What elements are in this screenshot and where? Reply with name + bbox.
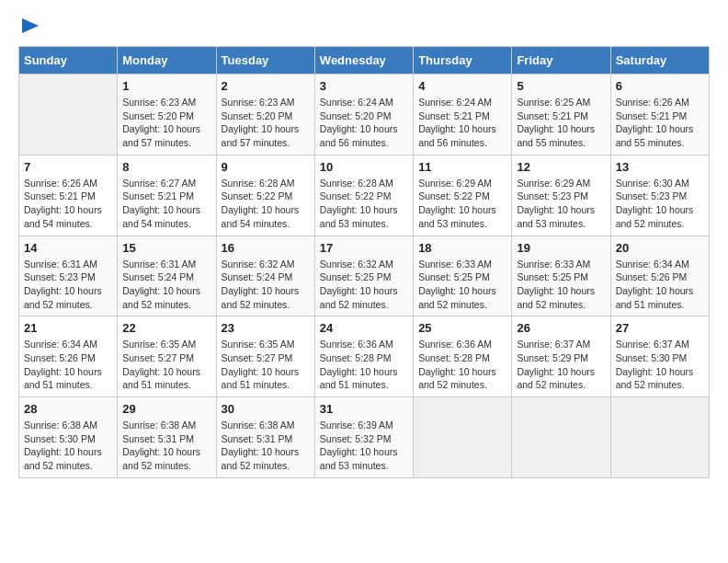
day-info: Sunrise: 6:36 AMSunset: 5:28 PMDaylight:… <box>418 338 506 392</box>
day-number: 5 <box>517 79 605 93</box>
day-number: 21 <box>24 321 112 335</box>
day-number: 4 <box>418 79 506 93</box>
day-info: Sunrise: 6:32 AMSunset: 5:25 PMDaylight:… <box>320 258 408 312</box>
day-number: 10 <box>320 160 408 174</box>
day-cell <box>512 397 610 478</box>
day-number: 15 <box>122 241 210 255</box>
column-header-wednesday: Wednesday <box>314 47 413 75</box>
day-number: 8 <box>122 160 210 174</box>
day-number: 19 <box>517 241 605 255</box>
day-cell: 8Sunrise: 6:27 AMSunset: 5:21 PMDaylight… <box>118 155 216 236</box>
day-number: 30 <box>222 402 310 416</box>
day-number: 29 <box>122 402 210 416</box>
day-number: 9 <box>222 160 310 174</box>
day-number: 28 <box>24 402 112 416</box>
day-cell: 9Sunrise: 6:28 AMSunset: 5:22 PMDaylight… <box>216 155 314 236</box>
day-info: Sunrise: 6:38 AMSunset: 5:31 PMDaylight:… <box>222 419 310 473</box>
day-info: Sunrise: 6:34 AMSunset: 5:26 PMDaylight:… <box>24 338 112 392</box>
day-cell: 25Sunrise: 6:36 AMSunset: 5:28 PMDayligh… <box>414 316 512 397</box>
day-info: Sunrise: 6:36 AMSunset: 5:28 PMDaylight:… <box>320 338 408 392</box>
svg-marker-0 <box>22 18 39 33</box>
day-info: Sunrise: 6:31 AMSunset: 5:23 PMDaylight:… <box>24 258 112 312</box>
day-info: Sunrise: 6:24 AMSunset: 5:20 PMDaylight:… <box>320 96 408 150</box>
day-info: Sunrise: 6:39 AMSunset: 5:32 PMDaylight:… <box>320 419 408 473</box>
day-info: Sunrise: 6:37 AMSunset: 5:30 PMDaylight:… <box>616 338 704 392</box>
day-number: 17 <box>320 241 408 255</box>
day-info: Sunrise: 6:29 AMSunset: 5:23 PMDaylight:… <box>517 177 605 231</box>
day-number: 24 <box>320 321 408 335</box>
column-header-saturday: Saturday <box>610 47 709 75</box>
day-cell: 27Sunrise: 6:37 AMSunset: 5:30 PMDayligh… <box>610 316 709 397</box>
day-number: 7 <box>24 160 112 174</box>
column-header-monday: Monday <box>118 47 216 75</box>
day-cell: 4Sunrise: 6:24 AMSunset: 5:21 PMDaylight… <box>414 75 512 155</box>
day-number: 3 <box>320 79 408 93</box>
day-info: Sunrise: 6:33 AMSunset: 5:25 PMDaylight:… <box>517 258 605 312</box>
day-cell: 18Sunrise: 6:33 AMSunset: 5:25 PMDayligh… <box>414 236 512 316</box>
column-header-thursday: Thursday <box>414 47 512 75</box>
day-info: Sunrise: 6:26 AMSunset: 5:21 PMDaylight:… <box>24 177 112 231</box>
day-cell: 11Sunrise: 6:29 AMSunset: 5:22 PMDayligh… <box>414 155 512 236</box>
day-cell: 6Sunrise: 6:26 AMSunset: 5:21 PMDaylight… <box>610 75 709 155</box>
day-cell <box>414 397 512 478</box>
day-cell: 16Sunrise: 6:32 AMSunset: 5:24 PMDayligh… <box>216 236 314 316</box>
day-info: Sunrise: 6:23 AMSunset: 5:20 PMDaylight:… <box>122 96 210 150</box>
day-cell <box>19 75 118 155</box>
day-info: Sunrise: 6:25 AMSunset: 5:21 PMDaylight:… <box>517 96 605 150</box>
day-info: Sunrise: 6:27 AMSunset: 5:21 PMDaylight:… <box>122 177 210 231</box>
day-number: 20 <box>616 241 704 255</box>
day-number: 23 <box>222 321 310 335</box>
day-cell: 3Sunrise: 6:24 AMSunset: 5:20 PMDaylight… <box>314 75 413 155</box>
day-number: 1 <box>122 79 210 93</box>
day-info: Sunrise: 6:28 AMSunset: 5:22 PMDaylight:… <box>320 177 408 231</box>
day-cell: 24Sunrise: 6:36 AMSunset: 5:28 PMDayligh… <box>314 316 413 397</box>
week-row-1: 1Sunrise: 6:23 AMSunset: 5:20 PMDaylight… <box>19 75 710 155</box>
week-row-2: 7Sunrise: 6:26 AMSunset: 5:21 PMDaylight… <box>19 155 710 236</box>
day-cell: 1Sunrise: 6:23 AMSunset: 5:20 PMDaylight… <box>118 75 216 155</box>
logo-icon <box>22 18 39 33</box>
day-cell: 23Sunrise: 6:35 AMSunset: 5:27 PMDayligh… <box>216 316 314 397</box>
day-cell: 14Sunrise: 6:31 AMSunset: 5:23 PMDayligh… <box>19 236 118 316</box>
day-number: 11 <box>418 160 506 174</box>
day-cell: 13Sunrise: 6:30 AMSunset: 5:23 PMDayligh… <box>610 155 709 236</box>
column-header-friday: Friday <box>512 47 610 75</box>
day-info: Sunrise: 6:32 AMSunset: 5:24 PMDaylight:… <box>222 258 310 312</box>
day-number: 26 <box>517 321 605 335</box>
day-number: 22 <box>122 321 210 335</box>
day-cell: 31Sunrise: 6:39 AMSunset: 5:32 PMDayligh… <box>314 397 413 478</box>
day-info: Sunrise: 6:26 AMSunset: 5:21 PMDaylight:… <box>616 96 704 150</box>
day-cell: 2Sunrise: 6:23 AMSunset: 5:20 PMDaylight… <box>216 75 314 155</box>
day-cell: 7Sunrise: 6:26 AMSunset: 5:21 PMDaylight… <box>19 155 118 236</box>
day-info: Sunrise: 6:38 AMSunset: 5:31 PMDaylight:… <box>122 419 210 473</box>
day-number: 27 <box>616 321 704 335</box>
page-header <box>18 18 710 37</box>
day-number: 18 <box>418 241 506 255</box>
day-cell <box>610 397 709 478</box>
day-number: 12 <box>517 160 605 174</box>
day-info: Sunrise: 6:23 AMSunset: 5:20 PMDaylight:… <box>222 96 310 150</box>
day-info: Sunrise: 6:34 AMSunset: 5:26 PMDaylight:… <box>616 258 704 312</box>
day-info: Sunrise: 6:28 AMSunset: 5:22 PMDaylight:… <box>222 177 310 231</box>
day-cell: 28Sunrise: 6:38 AMSunset: 5:30 PMDayligh… <box>19 397 118 478</box>
day-number: 2 <box>222 79 310 93</box>
day-cell: 12Sunrise: 6:29 AMSunset: 5:23 PMDayligh… <box>512 155 610 236</box>
day-cell: 26Sunrise: 6:37 AMSunset: 5:29 PMDayligh… <box>512 316 610 397</box>
column-header-sunday: Sunday <box>19 47 118 75</box>
day-cell: 22Sunrise: 6:35 AMSunset: 5:27 PMDayligh… <box>118 316 216 397</box>
day-cell: 21Sunrise: 6:34 AMSunset: 5:26 PMDayligh… <box>19 316 118 397</box>
calendar-header-row: SundayMondayTuesdayWednesdayThursdayFrid… <box>19 47 710 75</box>
day-cell: 15Sunrise: 6:31 AMSunset: 5:24 PMDayligh… <box>118 236 216 316</box>
week-row-5: 28Sunrise: 6:38 AMSunset: 5:30 PMDayligh… <box>19 397 710 478</box>
day-cell: 10Sunrise: 6:28 AMSunset: 5:22 PMDayligh… <box>314 155 413 236</box>
day-info: Sunrise: 6:30 AMSunset: 5:23 PMDaylight:… <box>616 177 704 231</box>
day-info: Sunrise: 6:29 AMSunset: 5:22 PMDaylight:… <box>418 177 506 231</box>
day-number: 31 <box>320 402 408 416</box>
day-number: 6 <box>616 79 704 93</box>
day-cell: 19Sunrise: 6:33 AMSunset: 5:25 PMDayligh… <box>512 236 610 316</box>
day-info: Sunrise: 6:24 AMSunset: 5:21 PMDaylight:… <box>418 96 506 150</box>
day-info: Sunrise: 6:35 AMSunset: 5:27 PMDaylight:… <box>222 338 310 392</box>
day-number: 25 <box>418 321 506 335</box>
day-info: Sunrise: 6:31 AMSunset: 5:24 PMDaylight:… <box>122 258 210 312</box>
day-cell: 5Sunrise: 6:25 AMSunset: 5:21 PMDaylight… <box>512 75 610 155</box>
calendar-table: SundayMondayTuesdayWednesdayThursdayFrid… <box>18 46 710 478</box>
